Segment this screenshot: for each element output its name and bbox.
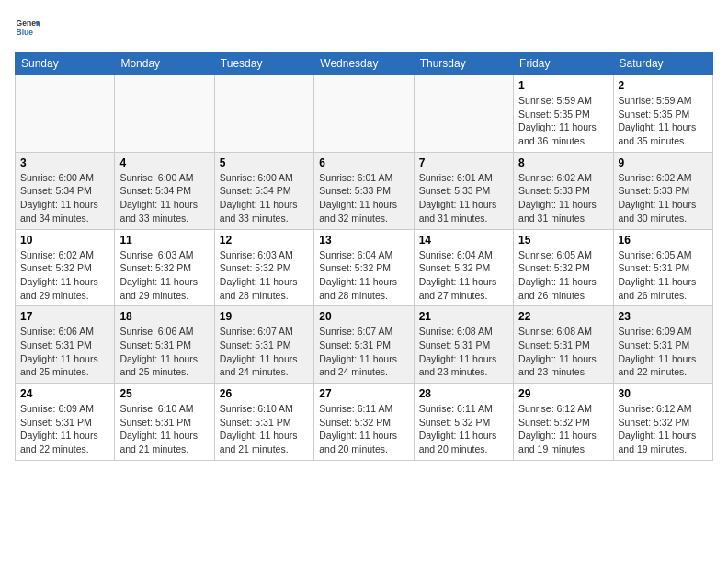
day-info: Sunrise: 6:08 AM Sunset: 5:31 PM Dayligh… bbox=[518, 325, 608, 379]
day-number: 25 bbox=[119, 387, 209, 400]
day-info: Sunrise: 6:01 AM Sunset: 5:33 PM Dayligh… bbox=[419, 171, 508, 225]
day-info: Sunrise: 5:59 AM Sunset: 5:35 PM Dayligh… bbox=[619, 94, 708, 148]
calendar-cell bbox=[414, 75, 513, 153]
page-header: General Blue bbox=[15, 15, 713, 40]
calendar-cell: 27Sunrise: 6:11 AM Sunset: 5:32 PM Dayli… bbox=[314, 384, 414, 461]
calendar-cell: 14Sunrise: 6:04 AM Sunset: 5:32 PM Dayli… bbox=[414, 229, 513, 306]
calendar-cell: 9Sunrise: 6:02 AM Sunset: 5:33 PM Daylig… bbox=[613, 152, 712, 229]
calendar-cell: 4Sunrise: 6:00 AM Sunset: 5:34 PM Daylig… bbox=[115, 152, 214, 229]
day-info: Sunrise: 6:06 AM Sunset: 5:31 PM Dayligh… bbox=[119, 325, 209, 379]
weekday-header-saturday: Saturday bbox=[613, 52, 712, 75]
weekday-header-wednesday: Wednesday bbox=[314, 52, 414, 75]
day-number: 7 bbox=[419, 156, 508, 169]
calendar-cell: 8Sunrise: 6:02 AM Sunset: 5:33 PM Daylig… bbox=[514, 152, 613, 229]
day-info: Sunrise: 6:07 AM Sunset: 5:31 PM Dayligh… bbox=[220, 325, 309, 379]
calendar-cell: 22Sunrise: 6:08 AM Sunset: 5:31 PM Dayli… bbox=[514, 306, 613, 384]
day-info: Sunrise: 6:06 AM Sunset: 5:31 PM Dayligh… bbox=[20, 325, 109, 379]
day-number: 12 bbox=[220, 234, 309, 247]
day-info: Sunrise: 6:12 AM Sunset: 5:32 PM Dayligh… bbox=[518, 402, 608, 456]
day-number: 28 bbox=[419, 387, 508, 400]
day-info: Sunrise: 6:12 AM Sunset: 5:32 PM Dayligh… bbox=[619, 402, 708, 456]
calendar-cell: 24Sunrise: 6:09 AM Sunset: 5:31 PM Dayli… bbox=[16, 384, 115, 461]
day-number: 19 bbox=[220, 310, 309, 323]
day-number: 26 bbox=[220, 387, 309, 400]
calendar-week-3: 10Sunrise: 6:02 AM Sunset: 5:32 PM Dayli… bbox=[16, 229, 713, 306]
day-number: 30 bbox=[619, 387, 708, 400]
calendar-cell: 30Sunrise: 6:12 AM Sunset: 5:32 PM Dayli… bbox=[613, 384, 712, 461]
day-number: 22 bbox=[518, 310, 608, 323]
day-info: Sunrise: 6:04 AM Sunset: 5:32 PM Dayligh… bbox=[419, 248, 508, 303]
day-number: 10 bbox=[20, 234, 109, 247]
day-number: 4 bbox=[119, 156, 209, 169]
day-info: Sunrise: 6:03 AM Sunset: 5:32 PM Dayligh… bbox=[220, 248, 309, 303]
calendar-cell: 10Sunrise: 6:02 AM Sunset: 5:32 PM Dayli… bbox=[16, 229, 115, 306]
calendar-week-4: 17Sunrise: 6:06 AM Sunset: 5:31 PM Dayli… bbox=[16, 306, 713, 384]
calendar-cell: 29Sunrise: 6:12 AM Sunset: 5:32 PM Dayli… bbox=[514, 384, 613, 461]
weekday-header-monday: Monday bbox=[115, 52, 214, 75]
day-number: 6 bbox=[319, 156, 408, 169]
day-info: Sunrise: 6:05 AM Sunset: 5:31 PM Dayligh… bbox=[619, 248, 708, 303]
calendar-cell: 19Sunrise: 6:07 AM Sunset: 5:31 PM Dayli… bbox=[214, 306, 313, 384]
day-number: 2 bbox=[619, 79, 708, 92]
day-number: 23 bbox=[619, 310, 708, 323]
weekday-header-tuesday: Tuesday bbox=[214, 52, 313, 75]
calendar-week-1: 1Sunrise: 5:59 AM Sunset: 5:35 PM Daylig… bbox=[16, 75, 713, 153]
day-info: Sunrise: 6:03 AM Sunset: 5:32 PM Dayligh… bbox=[119, 248, 209, 303]
day-info: Sunrise: 5:59 AM Sunset: 5:35 PM Dayligh… bbox=[518, 94, 608, 148]
day-info: Sunrise: 6:02 AM Sunset: 5:32 PM Dayligh… bbox=[20, 248, 109, 303]
day-number: 16 bbox=[619, 234, 708, 247]
day-info: Sunrise: 6:10 AM Sunset: 5:31 PM Dayligh… bbox=[119, 402, 209, 456]
day-info: Sunrise: 6:00 AM Sunset: 5:34 PM Dayligh… bbox=[119, 171, 209, 225]
calendar-cell: 13Sunrise: 6:04 AM Sunset: 5:32 PM Dayli… bbox=[314, 229, 414, 306]
day-info: Sunrise: 6:07 AM Sunset: 5:31 PM Dayligh… bbox=[319, 325, 408, 379]
calendar-cell: 7Sunrise: 6:01 AM Sunset: 5:33 PM Daylig… bbox=[414, 152, 513, 229]
day-info: Sunrise: 6:09 AM Sunset: 5:31 PM Dayligh… bbox=[20, 402, 109, 456]
day-info: Sunrise: 6:05 AM Sunset: 5:32 PM Dayligh… bbox=[518, 248, 608, 303]
day-number: 9 bbox=[619, 156, 708, 169]
svg-text:Blue: Blue bbox=[17, 28, 34, 37]
calendar-cell: 23Sunrise: 6:09 AM Sunset: 5:31 PM Dayli… bbox=[613, 306, 712, 384]
day-number: 5 bbox=[220, 156, 309, 169]
day-info: Sunrise: 6:08 AM Sunset: 5:31 PM Dayligh… bbox=[419, 325, 508, 379]
calendar-week-5: 24Sunrise: 6:09 AM Sunset: 5:31 PM Dayli… bbox=[16, 384, 713, 461]
calendar-cell bbox=[115, 75, 214, 153]
calendar-cell: 1Sunrise: 5:59 AM Sunset: 5:35 PM Daylig… bbox=[514, 75, 613, 153]
calendar-cell: 28Sunrise: 6:11 AM Sunset: 5:32 PM Dayli… bbox=[414, 384, 513, 461]
weekday-header-thursday: Thursday bbox=[414, 52, 513, 75]
day-info: Sunrise: 6:11 AM Sunset: 5:32 PM Dayligh… bbox=[319, 402, 408, 456]
day-info: Sunrise: 6:09 AM Sunset: 5:31 PM Dayligh… bbox=[619, 325, 708, 379]
calendar-cell: 26Sunrise: 6:10 AM Sunset: 5:31 PM Dayli… bbox=[214, 384, 313, 461]
calendar-cell: 20Sunrise: 6:07 AM Sunset: 5:31 PM Dayli… bbox=[314, 306, 414, 384]
calendar-cell: 16Sunrise: 6:05 AM Sunset: 5:31 PM Dayli… bbox=[613, 229, 712, 306]
day-number: 11 bbox=[119, 234, 209, 247]
weekday-header-sunday: Sunday bbox=[16, 52, 115, 75]
calendar-cell: 3Sunrise: 6:00 AM Sunset: 5:34 PM Daylig… bbox=[16, 152, 115, 229]
calendar-cell: 18Sunrise: 6:06 AM Sunset: 5:31 PM Dayli… bbox=[115, 306, 214, 384]
day-number: 14 bbox=[419, 234, 508, 247]
calendar-cell: 2Sunrise: 5:59 AM Sunset: 5:35 PM Daylig… bbox=[613, 75, 712, 153]
calendar-cell: 17Sunrise: 6:06 AM Sunset: 5:31 PM Dayli… bbox=[16, 306, 115, 384]
day-number: 24 bbox=[20, 387, 109, 400]
weekday-header-friday: Friday bbox=[514, 52, 613, 75]
day-number: 1 bbox=[518, 79, 608, 92]
day-number: 27 bbox=[319, 387, 408, 400]
calendar-cell: 12Sunrise: 6:03 AM Sunset: 5:32 PM Dayli… bbox=[214, 229, 313, 306]
logo: General Blue bbox=[15, 15, 40, 40]
calendar-week-2: 3Sunrise: 6:00 AM Sunset: 5:34 PM Daylig… bbox=[16, 152, 713, 229]
calendar-cell: 15Sunrise: 6:05 AM Sunset: 5:32 PM Dayli… bbox=[514, 229, 613, 306]
day-number: 17 bbox=[20, 310, 109, 323]
day-info: Sunrise: 6:11 AM Sunset: 5:32 PM Dayligh… bbox=[419, 402, 508, 456]
day-number: 3 bbox=[20, 156, 109, 169]
calendar-cell bbox=[16, 75, 115, 153]
logo-icon: General Blue bbox=[15, 15, 40, 40]
day-info: Sunrise: 6:02 AM Sunset: 5:33 PM Dayligh… bbox=[518, 171, 608, 225]
day-number: 13 bbox=[319, 234, 408, 247]
day-number: 21 bbox=[419, 310, 508, 323]
day-info: Sunrise: 6:10 AM Sunset: 5:31 PM Dayligh… bbox=[220, 402, 309, 456]
calendar-cell: 25Sunrise: 6:10 AM Sunset: 5:31 PM Dayli… bbox=[115, 384, 214, 461]
day-info: Sunrise: 6:01 AM Sunset: 5:33 PM Dayligh… bbox=[319, 171, 408, 225]
day-info: Sunrise: 6:02 AM Sunset: 5:33 PM Dayligh… bbox=[619, 171, 708, 225]
calendar-cell bbox=[214, 75, 313, 153]
calendar-header-row: SundayMondayTuesdayWednesdayThursdayFrid… bbox=[16, 52, 713, 75]
day-info: Sunrise: 6:00 AM Sunset: 5:34 PM Dayligh… bbox=[20, 171, 109, 225]
